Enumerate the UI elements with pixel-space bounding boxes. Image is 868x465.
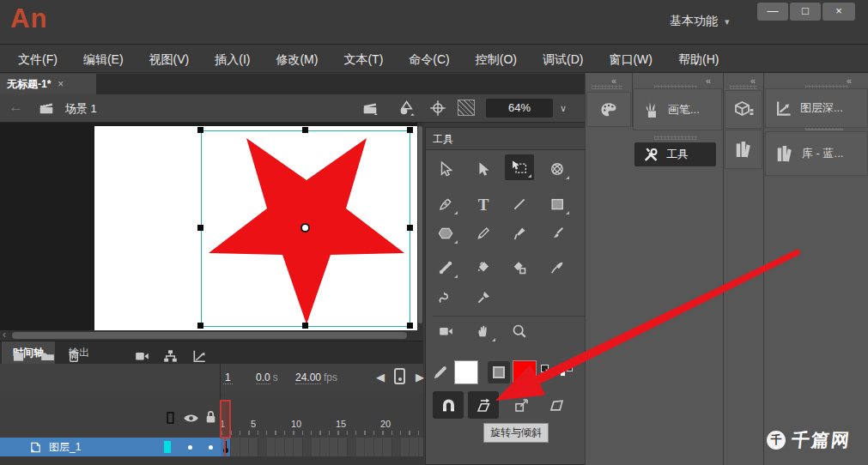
transform-handle[interactable] xyxy=(302,127,308,133)
close-button[interactable]: × xyxy=(822,3,855,21)
scrollbar-thumb[interactable] xyxy=(418,126,422,323)
layer-lock-dot[interactable] xyxy=(209,445,213,450)
layer-name[interactable]: 图层_1 xyxy=(49,440,81,455)
menu-modify[interactable]: 修改(M) xyxy=(263,45,331,73)
center-frame-icon[interactable] xyxy=(429,100,446,117)
rotate-skew-button[interactable] xyxy=(468,391,499,419)
menu-view[interactable]: 视图(V) xyxy=(137,45,203,73)
stroke-color-swatch[interactable] xyxy=(454,360,478,384)
zoom-dropdown-icon[interactable]: ∨ xyxy=(555,99,572,118)
menu-file[interactable]: 文件(F) xyxy=(5,45,70,73)
frame-graph-button[interactable] xyxy=(191,348,208,364)
eyedropper-tool[interactable] xyxy=(543,255,572,281)
black-white-colors-icon[interactable] xyxy=(541,365,555,378)
current-frame-value[interactable]: 1 xyxy=(223,371,233,384)
transform-handle[interactable] xyxy=(407,225,413,231)
edit-scene-icon[interactable] xyxy=(361,100,379,116)
workspace-switcher[interactable]: 基本功能▾ xyxy=(670,14,730,29)
playhead[interactable] xyxy=(220,400,231,438)
scrollbar-thumb[interactable] xyxy=(12,332,407,339)
frame-ruler[interactable] xyxy=(222,431,423,435)
delete-layer-button[interactable] xyxy=(66,348,82,364)
ink-bottle-tool[interactable] xyxy=(505,255,534,281)
asset-panel-button[interactable] xyxy=(725,90,762,129)
transform-handle[interactable] xyxy=(197,225,203,231)
brushes-panel-button[interactable]: 画笔... xyxy=(633,88,722,130)
puppet-pin-tool[interactable] xyxy=(469,285,498,311)
pen-tool[interactable] xyxy=(431,191,460,217)
timeline-camera-button[interactable] xyxy=(134,348,150,364)
fill-color-swatch[interactable] xyxy=(513,360,537,384)
minimize-button[interactable]: — xyxy=(757,3,788,21)
scene-breadcrumb[interactable]: 场景 1 xyxy=(65,101,97,117)
transform-handle[interactable] xyxy=(197,127,203,133)
horizontal-scrollbar[interactable]: ‹ xyxy=(0,330,423,341)
selection-tool[interactable] xyxy=(431,156,460,182)
layer-row[interactable]: 图层_1 xyxy=(0,438,221,456)
vertical-scrollbar[interactable] xyxy=(417,123,423,330)
zoom-level-input[interactable]: 64% xyxy=(486,99,553,118)
transform-handle[interactable] xyxy=(407,127,413,133)
layer-depth-panel-button[interactable]: 图层深... xyxy=(765,88,868,128)
previous-frame-button[interactable]: ◀ xyxy=(376,371,385,383)
scale-button[interactable] xyxy=(506,391,537,419)
zoom-tool[interactable] xyxy=(505,318,534,344)
menu-insert[interactable]: 插入(I) xyxy=(202,45,263,73)
fluid-brush-tool[interactable] xyxy=(505,220,534,246)
menu-debug[interactable]: 调试(D) xyxy=(530,45,596,73)
eye-icon[interactable] xyxy=(183,412,199,425)
frames-grid[interactable] xyxy=(222,438,423,456)
pencil-tool[interactable] xyxy=(469,220,498,246)
transform-handle[interactable] xyxy=(197,323,203,329)
bone-tool[interactable] xyxy=(431,255,460,281)
collapse-dock-icon[interactable]: « xyxy=(706,75,711,86)
tools-dock-button[interactable]: 工具 xyxy=(634,142,716,166)
hand-tool[interactable] xyxy=(469,318,498,344)
line-tool[interactable] xyxy=(505,191,534,217)
tab-close-icon[interactable]: × xyxy=(58,78,64,90)
menu-edit[interactable]: 编辑(E) xyxy=(70,45,137,73)
layer-visible-dot[interactable] xyxy=(188,445,192,450)
menu-control[interactable]: 控制(O) xyxy=(463,45,530,73)
free-transform-tool[interactable] xyxy=(505,154,534,180)
asset-warp-tool[interactable] xyxy=(431,285,460,311)
parenting-view-button[interactable] xyxy=(162,348,179,364)
polystar-tool[interactable] xyxy=(431,220,460,246)
edit-symbols-icon[interactable] xyxy=(397,100,416,117)
transform-handle[interactable] xyxy=(407,323,413,329)
swap-colors-icon[interactable]: ↖ xyxy=(559,363,574,378)
elapsed-time[interactable]: 0.0s xyxy=(256,371,278,383)
gradient-transform-tool[interactable] xyxy=(543,156,572,182)
menu-text[interactable]: 文本(T) xyxy=(331,45,396,73)
color-panel-button[interactable] xyxy=(586,92,631,127)
transform-handle[interactable] xyxy=(302,323,308,329)
snap-to-objects-button[interactable] xyxy=(433,391,464,419)
clip-content-icon[interactable] xyxy=(458,100,475,116)
maximize-button[interactable]: □ xyxy=(790,3,821,21)
library-dock-icon-button[interactable] xyxy=(725,130,762,169)
library-panel-button[interactable]: 库 - 蓝... xyxy=(765,131,868,176)
back-arrow-icon[interactable]: ← xyxy=(9,99,23,116)
layer-color-swatch[interactable] xyxy=(164,441,171,453)
new-folder-button[interactable] xyxy=(39,348,56,364)
subselection-tool[interactable] xyxy=(469,156,498,182)
lock-icon[interactable] xyxy=(203,409,218,425)
menu-help[interactable]: 帮助(H) xyxy=(665,45,731,73)
scroll-left-icon[interactable]: ‹ xyxy=(3,329,6,341)
camera-tool[interactable] xyxy=(431,318,460,344)
distort-button[interactable] xyxy=(541,391,572,419)
paint-bucket-tool[interactable] xyxy=(469,255,498,281)
text-tool[interactable]: T xyxy=(469,191,498,217)
fill-color-icon[interactable] xyxy=(488,361,510,383)
frame-rate[interactable]: 24.00fps xyxy=(295,371,337,383)
document-tab[interactable]: 无标题-1* × xyxy=(0,74,96,94)
transform-center-point[interactable] xyxy=(300,223,310,232)
outline-view-icon[interactable] xyxy=(164,410,177,426)
classic-brush-tool[interactable] xyxy=(543,220,572,246)
next-frame-button[interactable]: ▶ xyxy=(416,371,424,383)
rectangle-tool[interactable] xyxy=(543,191,572,217)
menu-window[interactable]: 窗口(W) xyxy=(596,45,665,73)
new-layer-button[interactable] xyxy=(10,348,27,364)
menu-commands[interactable]: 命令(C) xyxy=(396,45,462,73)
canvas-area[interactable]: ‹ xyxy=(0,123,423,341)
